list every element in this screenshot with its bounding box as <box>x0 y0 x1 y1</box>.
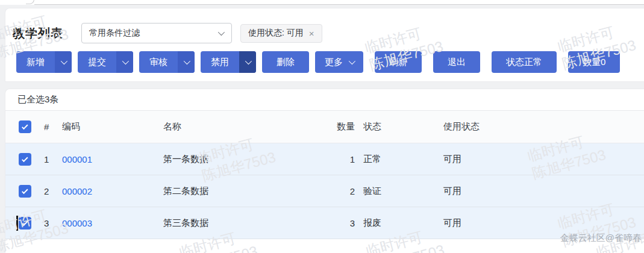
row-code-link[interactable]: 000001 <box>57 154 158 164</box>
table-row[interactable]: 1 000001 第一条数据 1 正常 可用 <box>5 143 644 175</box>
row-index: 3 <box>39 218 57 228</box>
close-icon[interactable]: × <box>309 28 314 39</box>
quantity-button[interactable]: 数量0 <box>568 51 620 73</box>
filter-tag-label: 使用状态: 可用 <box>248 28 304 39</box>
add-button[interactable]: 新增 <box>16 51 72 73</box>
row-status: 正常 <box>357 154 439 165</box>
row-checkbox[interactable] <box>19 217 31 230</box>
row-usage-status: 可用 <box>439 186 644 197</box>
page: 教学列表 常用条件过滤 使用状态: 可用 × 新增 提交 审核 <box>0 0 644 253</box>
row-name: 第三条数据 <box>158 217 278 229</box>
tab-curve <box>26 0 34 4</box>
filter-scheme-value: 常用条件过滤 <box>89 28 140 39</box>
row-usage-status: 可用 <box>439 154 644 165</box>
chevron-down-icon <box>218 29 225 36</box>
check-icon <box>21 123 28 130</box>
chevron-down-icon[interactable] <box>55 51 72 73</box>
tab-divider <box>34 4 644 5</box>
row-index: 1 <box>39 154 57 164</box>
row-code-link[interactable]: 000002 <box>57 186 158 196</box>
check-icon <box>21 187 28 194</box>
header-checkbox-cell <box>5 120 39 133</box>
status-normal-button[interactable]: 状态正常 <box>492 51 557 73</box>
page-title: 教学列表 <box>13 25 63 42</box>
column-header-name[interactable]: 名称 <box>158 121 278 133</box>
table-card: 已全选3条 # 编码 名称 数量 状态 使用状态 1 000001 第一条数据 … <box>5 89 644 253</box>
select-all-checkbox[interactable] <box>19 120 31 133</box>
check-icon <box>21 219 28 226</box>
table-header-row: # 编码 名称 数量 状态 使用状态 <box>5 111 644 143</box>
row-quantity: 2 <box>278 186 357 196</box>
chevron-down-icon <box>349 58 355 64</box>
column-header-status[interactable]: 状态 <box>357 121 439 133</box>
row-quantity: 3 <box>278 218 357 228</box>
text-caret <box>16 216 18 231</box>
more-button[interactable]: 更多 <box>315 51 363 73</box>
chevron-down-icon[interactable] <box>178 51 195 73</box>
row-status: 报废 <box>357 217 439 229</box>
delete-button[interactable]: 删除 <box>262 51 309 73</box>
column-header-code[interactable]: 编码 <box>57 121 158 133</box>
row-status: 验证 <box>357 186 439 197</box>
audit-button[interactable]: 审核 <box>139 51 195 73</box>
column-header-index[interactable]: # <box>39 122 57 132</box>
community-credit: 金蝶云社区@雀啼春 <box>560 233 642 244</box>
filter-tag[interactable]: 使用状态: 可用 × <box>240 24 322 43</box>
table-row[interactable]: 2 000002 第二条数据 2 验证 可用 <box>5 175 644 207</box>
row-name: 第二条数据 <box>158 186 278 197</box>
chevron-down-icon[interactable] <box>116 51 133 73</box>
refresh-button[interactable]: 刷新 <box>375 51 422 73</box>
top-tab-strip <box>0 0 644 5</box>
title-row: 教学列表 常用条件过滤 使用状态: 可用 × <box>5 8 644 43</box>
toolbar: 新增 提交 审核 禁用 删除 更多 刷新 退出 状态正常 数 <box>16 51 644 73</box>
row-checkbox[interactable] <box>19 153 31 166</box>
disable-button[interactable]: 禁用 <box>201 51 256 73</box>
selection-summary: 已全选3条 <box>5 89 644 111</box>
table-row[interactable]: 3 000003 第三条数据 3 报废 可用 <box>5 207 644 239</box>
column-header-usage-status[interactable]: 使用状态 <box>439 121 644 133</box>
column-header-quantity[interactable]: 数量 <box>278 121 357 133</box>
row-quantity: 1 <box>278 154 357 164</box>
check-icon <box>21 155 28 162</box>
toolbar-card: 教学列表 常用条件过滤 使用状态: 可用 × 新增 提交 审核 <box>5 8 644 82</box>
row-name: 第一条数据 <box>158 154 278 165</box>
chevron-down-icon[interactable] <box>239 51 256 73</box>
exit-button[interactable]: 退出 <box>433 51 480 73</box>
submit-button[interactable]: 提交 <box>78 51 133 73</box>
row-usage-status: 可用 <box>439 217 644 229</box>
row-checkbox[interactable] <box>19 185 31 198</box>
row-code-link[interactable]: 000003 <box>57 218 158 228</box>
row-index: 2 <box>39 186 57 196</box>
filter-scheme-dropdown[interactable]: 常用条件过滤 <box>81 23 232 43</box>
